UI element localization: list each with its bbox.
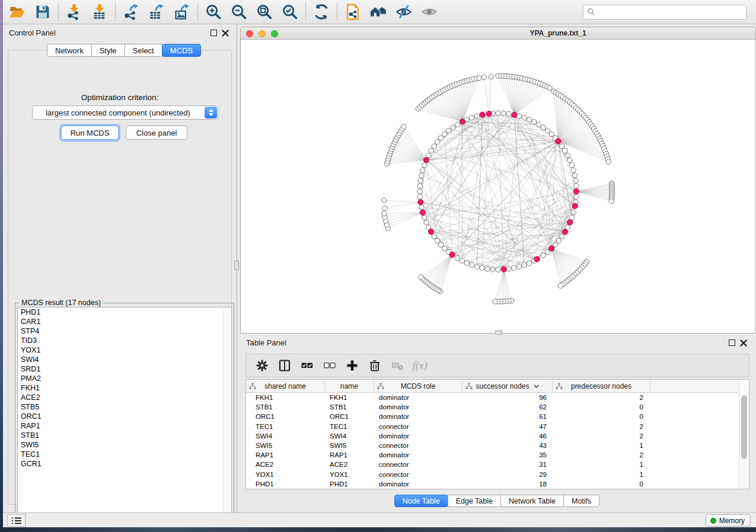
network-node[interactable] (541, 253, 546, 258)
table-panel-float-icon[interactable] (729, 339, 735, 346)
run-mcds-button[interactable]: Run MCDS (61, 126, 119, 140)
network-node[interactable] (422, 215, 426, 220)
table-tab-edge-table[interactable]: Edge Table (448, 495, 501, 507)
network-node[interactable] (571, 210, 576, 214)
apply-preferred-layout-icon[interactable] (312, 2, 331, 21)
network-node[interactable] (606, 159, 611, 164)
network-node[interactable] (496, 267, 500, 272)
network-node[interactable] (477, 75, 481, 80)
network-window-titlebar[interactable]: YPA_prune.txt_1 (241, 27, 755, 40)
mcds-result-item[interactable]: ACE2 (18, 393, 231, 402)
network-node[interactable] (571, 168, 576, 172)
export-table-icon[interactable] (147, 2, 166, 21)
column-header-predecessor-nodes[interactable]: predecessor nodes (553, 380, 650, 393)
network-node[interactable] (516, 114, 521, 118)
mcds-result-item[interactable]: SWI4 (18, 355, 231, 364)
mcds-result-item[interactable]: RAP1 (18, 421, 231, 431)
network-node[interactable] (527, 117, 531, 122)
mcds-result-item[interactable]: GCR1 (18, 459, 231, 469)
network-node[interactable] (541, 125, 546, 130)
network-node[interactable] (418, 275, 423, 280)
network-hub-node[interactable] (573, 188, 579, 194)
mcds-result-item[interactable]: ORC1 (18, 412, 231, 421)
column-header-shared-name[interactable]: shared name (246, 380, 325, 393)
column-header-name[interactable]: name (325, 380, 374, 393)
network-node[interactable] (474, 264, 479, 269)
table-scrollbar[interactable] (739, 380, 749, 489)
network-node[interactable] (490, 267, 495, 271)
save-session-icon[interactable] (33, 2, 52, 21)
network-node[interactable] (442, 246, 447, 251)
network-hub-node[interactable] (534, 257, 540, 262)
network-node[interactable] (506, 111, 511, 116)
select-all-icon[interactable] (298, 357, 316, 374)
network-node[interactable] (429, 148, 433, 153)
network-node[interactable] (474, 114, 479, 118)
first-neighbors-icon[interactable] (369, 2, 388, 21)
network-node[interactable] (496, 111, 500, 116)
vertical-splitter-grip[interactable] (234, 261, 239, 270)
show-columns-icon[interactable] (276, 357, 294, 374)
network-node[interactable] (381, 211, 386, 216)
column-header-mcds-role[interactable]: MCDS role (374, 380, 462, 393)
network-node[interactable] (419, 173, 424, 178)
mcds-result-item[interactable]: PMA2 (18, 374, 231, 383)
network-node[interactable] (381, 198, 386, 203)
tab-network[interactable]: Network (47, 44, 92, 57)
network-node[interactable] (522, 115, 527, 120)
network-node[interactable] (435, 139, 439, 144)
mcds-result-item[interactable]: TID3 (18, 336, 231, 345)
network-node[interactable] (435, 238, 439, 243)
network-node[interactable] (480, 265, 484, 270)
network-node[interactable] (558, 283, 563, 288)
mcds-result-item[interactable]: STP4 (18, 326, 231, 336)
network-node[interactable] (560, 234, 564, 239)
deselect-all-icon[interactable] (321, 357, 339, 374)
zoom-selected-icon[interactable] (280, 2, 299, 21)
table-tab-network-table[interactable]: Network Table (500, 495, 564, 507)
network-node[interactable] (422, 163, 426, 168)
add-column-icon[interactable] (343, 357, 361, 374)
network-node[interactable] (501, 111, 506, 116)
zoom-in-icon[interactable] (204, 2, 223, 21)
control-panel-close-icon[interactable] (222, 29, 229, 37)
table-row[interactable]: STB1STB1dominator620 (246, 402, 739, 412)
network-hub-node[interactable] (572, 203, 578, 209)
new-network-from-selection-icon[interactable] (343, 2, 362, 21)
export-image-icon[interactable] (173, 2, 192, 21)
horizontal-splitter-grip[interactable] (495, 330, 502, 335)
network-hub-node[interactable] (486, 111, 492, 116)
table-tab-motifs[interactable]: Motifs (563, 495, 599, 507)
network-node[interactable] (609, 199, 614, 204)
table-scrollbar-thumb[interactable] (741, 395, 747, 459)
zoom-fit-icon[interactable] (255, 2, 274, 21)
search-box[interactable] (583, 5, 747, 20)
export-network-icon[interactable] (122, 2, 141, 21)
network-hub-node[interactable] (556, 139, 561, 144)
tab-select[interactable]: Select (125, 44, 162, 57)
mcds-result-item[interactable]: CAR1 (18, 317, 231, 326)
mcds-result-item[interactable]: STB5 (18, 402, 231, 412)
network-node[interactable] (522, 262, 527, 267)
network-hub-node[interactable] (418, 200, 423, 205)
network-node[interactable] (572, 173, 577, 178)
table-row[interactable]: PHD1PHD1dominator180 (246, 479, 739, 489)
network-node[interactable] (545, 128, 550, 133)
table-row[interactable]: YOX1YOX1connector291 (246, 470, 739, 479)
network-hub-node[interactable] (420, 210, 425, 215)
network-hub-node[interactable] (460, 119, 465, 124)
column-header-successor-nodes[interactable]: successor nodes (462, 380, 553, 393)
network-node[interactable] (485, 267, 490, 271)
network-node[interactable] (455, 256, 460, 261)
network-node[interactable] (417, 189, 422, 194)
zoom-out-icon[interactable] (229, 2, 248, 21)
network-node[interactable] (438, 136, 443, 140)
network-node[interactable] (470, 262, 474, 267)
mcds-result-item[interactable]: SWI5 (18, 440, 231, 450)
network-node[interactable] (418, 178, 423, 183)
network-node[interactable] (512, 265, 516, 270)
network-node[interactable] (549, 132, 554, 136)
hide-selected-icon[interactable] (394, 2, 413, 21)
mcds-result-item[interactable]: STB1 (18, 431, 231, 440)
network-node[interactable] (442, 132, 447, 136)
